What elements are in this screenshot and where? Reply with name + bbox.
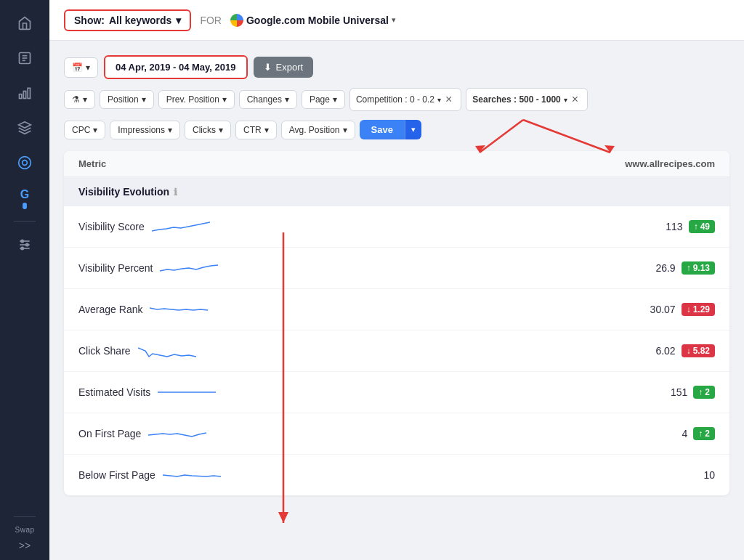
impressions-label: Impressions	[118, 125, 165, 135]
topbar: Show: All keywords ▾ FOR Google.com Mobi…	[49, 0, 744, 41]
clicks-filter-button[interactable]: Clicks ▾	[185, 121, 231, 139]
for-label: FOR	[200, 15, 222, 26]
metric-value-cell: 6.02 5.82	[570, 344, 715, 357]
table-row: Click Share 6.02 5.82	[64, 330, 729, 372]
google-g-icon[interactable]: G	[10, 183, 39, 212]
changes-arrow: ▾	[285, 94, 289, 105]
google-color-icon	[230, 14, 243, 27]
avg-position-label: Avg. Position	[289, 125, 340, 135]
home-icon[interactable]	[10, 9, 39, 38]
metric-value-cell: 4 2	[570, 427, 715, 440]
avg-position-filter-button[interactable]: Avg. Position ▾	[281, 121, 355, 139]
svg-rect-6	[28, 88, 30, 98]
google-domain-selector[interactable]: Google.com Mobile Universal ▾	[230, 14, 396, 27]
filter-row-2: CPC ▾ Impressions ▾ Clicks ▾ CTR ▾ Avg. …	[64, 120, 729, 139]
sparkline-visibility-score	[152, 216, 210, 237]
prev-position-filter-button[interactable]: Prev. Position ▾	[158, 90, 235, 109]
metric-value-cell: 113 49	[570, 220, 715, 233]
sparkline-on-first-page	[148, 423, 206, 444]
show-label: Show:	[74, 15, 105, 26]
page-label: Page	[310, 94, 330, 105]
cpc-label: CPC	[72, 125, 90, 135]
domain-dropdown-arrow: ▾	[392, 15, 396, 25]
changes-label: Changes	[247, 94, 282, 105]
page-filter-button[interactable]: Page ▾	[302, 90, 345, 109]
save-dropdown-toggle[interactable]: ▾	[405, 120, 421, 139]
table-header: Metric www.allrecipes.com	[64, 151, 729, 177]
clicks-label: Clicks	[193, 125, 216, 135]
competition-filter-group: Competition : 0 - 0.2 ▾ ×	[349, 88, 461, 111]
prev-position-arrow: ▾	[222, 94, 227, 105]
changes-filter-button[interactable]: Changes ▾	[239, 90, 297, 109]
svg-point-15	[21, 247, 23, 249]
sidebar-divider-2	[14, 516, 36, 517]
clicks-arrow: ▾	[219, 125, 223, 135]
filter-row-1: ⚗ ▾ Position ▾ Prev. Position ▾ Changes …	[64, 88, 729, 111]
metric-name: Visibility Percent	[78, 262, 153, 274]
table-row: Estimated Visits 151 2	[64, 372, 729, 413]
date-range-button[interactable]: 04 Apr, 2019 - 04 May, 2019	[104, 55, 248, 79]
page-arrow: ▾	[333, 94, 337, 105]
metric-value-cell: 30.07 1.29	[570, 303, 715, 316]
toolbar-row: 📅 ▾ 04 Apr, 2019 - 04 May, 2019 ⬇ Export	[64, 55, 729, 79]
calendar-dropdown-arrow: ▾	[86, 62, 90, 73]
table-row: On First Page 4 2	[64, 413, 729, 455]
value-number: 113	[666, 221, 682, 232]
svg-point-13	[21, 240, 23, 242]
metric-name: On First Page	[78, 428, 141, 439]
sparkline-below-first-page	[163, 465, 221, 485]
document-icon[interactable]	[10, 44, 39, 73]
info-icon[interactable]: ℹ	[174, 187, 177, 198]
settings-icon[interactable]	[10, 230, 39, 259]
value-number: 30.07	[650, 304, 676, 315]
table-row: Visibility Percent 26.9 9.13	[64, 248, 729, 289]
export-button[interactable]: ⬇ Export	[254, 57, 314, 78]
export-icon: ⬇	[264, 62, 272, 73]
filter-icon-button[interactable]: ⚗ ▾	[64, 90, 95, 109]
chart-icon[interactable]	[10, 78, 39, 107]
metric-cell: On First Page	[78, 423, 424, 444]
avg-position-arrow: ▾	[343, 125, 347, 135]
competition-filter-button[interactable]: Competition : 0 - 0.2 ▾	[356, 94, 441, 105]
google-domain-label: Google.com Mobile Universal	[246, 15, 389, 26]
badge-up: 9.13	[682, 261, 715, 275]
sparkline-estimated-visits	[158, 382, 216, 402]
searches-filter-group: Searches : 500 - 1000 ▾ ×	[466, 88, 588, 111]
metric-value-cell: 26.9 9.13	[570, 261, 715, 275]
calendar-button[interactable]: 📅 ▾	[64, 57, 98, 78]
svg-point-14	[26, 243, 28, 245]
svg-point-8	[19, 157, 31, 169]
searches-filter-button[interactable]: Searches : 500 - 1000 ▾	[472, 94, 567, 105]
impressions-filter-button[interactable]: Impressions ▾	[110, 121, 180, 139]
expand-icon[interactable]: >>	[19, 540, 31, 551]
searches-close-button[interactable]: ×	[569, 92, 581, 107]
searches-arrow: ▾	[564, 96, 567, 104]
show-keywords-button[interactable]: Show: All keywords ▾	[64, 9, 191, 31]
metric-cell: Click Share	[78, 341, 424, 361]
section-title: Visibility Evolution	[78, 186, 169, 198]
ctr-filter-button[interactable]: CTR ▾	[235, 121, 277, 139]
badge-up: 2	[693, 427, 715, 440]
metric-cell: Average Rank	[78, 299, 424, 320]
metric-name: Estimated Visits	[78, 386, 150, 398]
svg-point-9	[23, 161, 28, 166]
position-filter-button[interactable]: Position ▾	[100, 90, 154, 109]
cpc-filter-button[interactable]: CPC ▾	[64, 121, 105, 139]
metric-cell: Visibility Score	[78, 216, 424, 237]
table-row: Below First Page 10	[64, 455, 729, 495]
metric-name: Visibility Score	[78, 221, 145, 232]
competition-close-button[interactable]: ×	[442, 92, 455, 107]
sparkline-visibility-percent	[160, 258, 218, 278]
sidebar: G Swap >>	[0, 0, 49, 560]
sparkline-click-share	[138, 341, 196, 361]
impressions-arrow: ▾	[168, 125, 172, 135]
layers-icon[interactable]	[10, 113, 39, 142]
sidebar-divider	[14, 221, 36, 222]
ctr-arrow: ▾	[264, 125, 269, 135]
save-button-group: Save ▾ Save Save as new	[360, 120, 421, 139]
export-label: Export	[276, 62, 304, 73]
analytics-icon[interactable]	[10, 148, 39, 177]
svg-rect-4	[20, 94, 22, 99]
save-button[interactable]: Save	[360, 120, 405, 139]
swap-label: Swap	[15, 526, 34, 534]
